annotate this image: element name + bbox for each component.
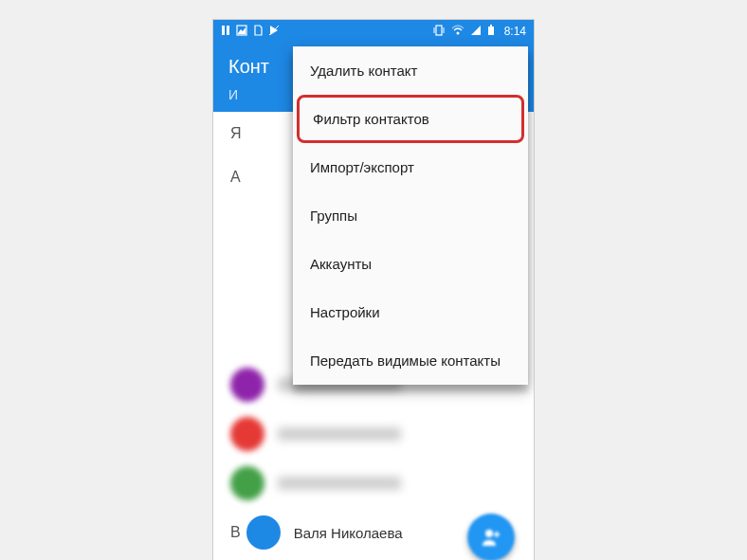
svg-rect-6 [436,26,442,35]
avatar [230,368,264,402]
menu-share-visible[interactable]: Передать видимые контакты [293,336,528,385]
phone-frame: 8:14 Конт И Я A B Валя Николаева [212,19,535,560]
image-icon [236,25,247,39]
menu-delete-contact[interactable]: Удалить контакт [293,46,528,95]
contact-name-blurred [278,477,401,490]
status-time: 8:14 [504,25,526,38]
signal-icon [470,25,482,39]
fab-add-contact[interactable] [467,514,515,560]
status-bar: 8:14 [213,20,534,43]
avatar [230,417,264,451]
overflow-menu: Удалить контакт Фильтр контактов Импорт/… [293,46,528,385]
svg-marker-10 [471,26,481,35]
tab-partial[interactable]: И [228,87,238,102]
battery-icon [487,25,495,39]
svg-rect-1 [227,26,229,35]
contact-name-blurred [278,427,401,441]
pause-icon [221,25,230,39]
svg-marker-3 [238,27,246,34]
svg-point-13 [485,530,493,537]
svg-rect-12 [490,25,492,27]
status-right: 8:14 [432,25,526,39]
menu-accounts[interactable]: Аккаунты [293,240,528,288]
svg-rect-11 [488,27,494,35]
menu-settings[interactable]: Настройки [293,288,528,336]
play-icon [268,25,280,39]
contact-name: Валя Николаева [294,525,403,541]
add-person-icon [481,527,501,548]
menu-import-export[interactable]: Импорт/экспорт [293,143,528,191]
menu-groups[interactable]: Группы [293,191,528,240]
menu-filter-contacts[interactable]: Фильтр контактов [297,95,524,143]
status-left [221,25,280,39]
sim-icon [253,25,263,39]
svg-point-9 [456,31,459,34]
wifi-icon [451,25,465,39]
contact-row[interactable] [213,459,534,508]
vibrate-icon [432,25,446,39]
avatar [246,515,281,550]
section-letter: B [213,511,246,554]
svg-rect-0 [222,26,225,35]
contact-row[interactable] [213,409,534,459]
contact-row[interactable]: Валя Николаева [246,508,420,557]
avatar [230,466,264,500]
